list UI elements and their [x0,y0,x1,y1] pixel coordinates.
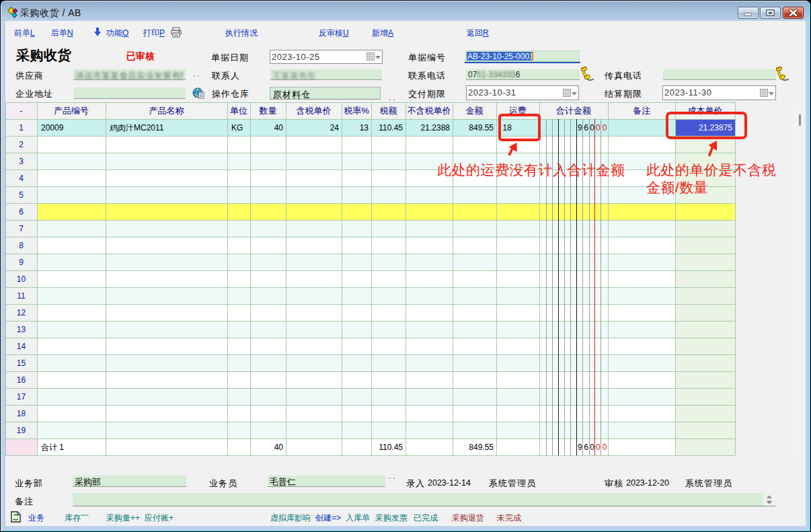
svg-text:9: 9 [578,443,582,452]
svg-text:849.55: 849.55 [469,123,494,132]
svg-text:0: 0 [596,443,601,452]
svg-text:鸡肉汁MC2011: 鸡肉汁MC2011 [109,123,164,132]
svg-text:-: - [20,106,22,116]
svg-text:9: 9 [578,123,582,132]
svg-text:16: 16 [17,375,26,385]
svg-text:单位: 单位 [230,106,247,116]
svg-text:合计 1: 合计 1 [41,443,64,452]
svg-text:5: 5 [19,190,24,200]
svg-text:6: 6 [584,443,588,452]
svg-text:15: 15 [17,358,26,368]
svg-text:0: 0 [603,123,607,132]
svg-text:数量: 数量 [259,106,277,116]
svg-text:3: 3 [19,157,24,166]
svg-text:110.45: 110.45 [379,443,403,452]
svg-text:13: 13 [360,123,369,132]
svg-text:40: 40 [274,123,284,132]
svg-text:9: 9 [19,258,24,267]
svg-text:8: 8 [19,241,24,250]
svg-text:合计金额: 合计金额 [556,106,591,116]
svg-text:0: 0 [596,123,601,132]
svg-text:产品编号: 产品编号 [54,106,89,116]
svg-text:1: 1 [19,123,24,132]
svg-text:13: 13 [17,325,26,334]
svg-text:110.45: 110.45 [379,123,403,132]
svg-text:2: 2 [19,140,24,149]
svg-text:金额: 金额 [466,106,484,116]
svg-text:21.2388: 21.2388 [421,123,451,132]
svg-text:11: 11 [17,291,26,301]
svg-text:10: 10 [17,274,26,284]
svg-text:产品名称: 产品名称 [149,106,185,116]
svg-text:税率%: 税率% [344,106,369,116]
svg-text:税额: 税额 [380,106,397,116]
svg-text:0: 0 [590,443,594,452]
svg-text:14: 14 [17,342,26,351]
svg-text:KG: KG [231,123,243,132]
svg-text:0: 0 [603,443,607,452]
svg-text:849.55: 849.55 [469,443,494,452]
svg-text:17: 17 [17,392,26,402]
svg-text:40: 40 [274,443,284,452]
svg-text:24: 24 [330,123,340,132]
svg-text:12: 12 [17,308,26,317]
svg-text:备注: 备注 [633,106,650,116]
svg-text:4: 4 [19,174,24,183]
svg-text:不含税单价: 不含税单价 [408,106,451,116]
svg-text:18: 18 [17,409,26,418]
svg-text:0: 0 [590,123,594,132]
svg-text:19: 19 [17,426,26,435]
svg-text:6: 6 [584,123,588,132]
svg-text:20009: 20009 [41,123,64,132]
svg-text:6: 6 [19,207,24,217]
svg-text:含税单价: 含税单价 [297,106,332,116]
svg-text:7: 7 [19,224,24,233]
